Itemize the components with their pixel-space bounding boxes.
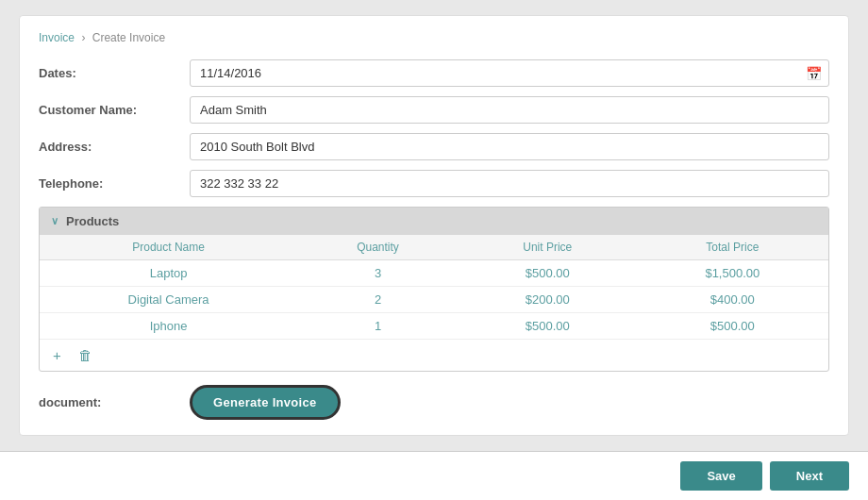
total-price-cell: $500.00: [637, 313, 828, 340]
table-actions: + 🗑: [40, 339, 828, 371]
product-name-cell: Iphone: [40, 313, 297, 340]
unit-price-cell: $500.00: [459, 313, 637, 340]
breadcrumb-separator: ›: [81, 31, 85, 44]
dates-row: Dates: 📅: [39, 59, 829, 87]
table-row: Digital Camera 2 $200.00 $400.00: [40, 287, 828, 313]
total-price-cell: $1,500.00: [637, 260, 828, 287]
total-price-cell: $400.00: [637, 287, 828, 313]
add-product-button[interactable]: +: [49, 345, 65, 365]
address-label: Address:: [39, 140, 190, 154]
telephone-label: Telephone:: [39, 176, 190, 191]
delete-product-button[interactable]: 🗑: [75, 345, 96, 365]
customer-name-row: Customer Name:: [39, 96, 829, 124]
breadcrumb-current: Create Invoice: [92, 31, 165, 44]
save-button[interactable]: Save: [680, 461, 761, 491]
col-unit-price: Unit Price: [459, 235, 637, 260]
col-total-price: Total Price: [637, 235, 828, 260]
footer-bar: Save Next: [0, 451, 868, 500]
product-name-cell: Digital Camera: [40, 287, 297, 313]
products-section: ∨ Products Product Name Quantity Unit Pr…: [39, 207, 829, 372]
dates-input[interactable]: [190, 59, 829, 87]
quantity-cell: 1: [297, 313, 459, 340]
table-header-row: Product Name Quantity Unit Price Total P…: [40, 235, 828, 260]
document-label: document:: [39, 395, 190, 409]
unit-price-cell: $200.00: [459, 287, 637, 313]
chevron-icon: ∨: [51, 215, 58, 227]
products-title: Products: [66, 214, 119, 228]
customer-name-input[interactable]: [190, 96, 829, 124]
telephone-row: Telephone:: [39, 170, 829, 197]
products-table: Product Name Quantity Unit Price Total P…: [40, 235, 828, 339]
breadcrumb: Invoice › Create Invoice: [39, 31, 829, 44]
generate-invoice-button[interactable]: Generate Invoice: [190, 385, 341, 420]
address-row: Address:: [39, 133, 829, 160]
breadcrumb-parent[interactable]: Invoice: [39, 31, 75, 44]
products-header: ∨ Products: [40, 208, 828, 235]
quantity-cell: 2: [297, 287, 459, 313]
telephone-input[interactable]: [190, 170, 829, 197]
calendar-icon: 📅: [806, 66, 822, 81]
customer-name-label: Customer Name:: [39, 103, 190, 117]
col-product-name: Product Name: [40, 235, 297, 260]
next-button[interactable]: Next: [770, 461, 849, 491]
document-row: document: Generate Invoice: [39, 385, 829, 420]
product-name-cell: Laptop: [40, 260, 297, 287]
table-row: Iphone 1 $500.00 $500.00: [40, 313, 828, 340]
address-input[interactable]: [190, 133, 829, 160]
col-quantity: Quantity: [297, 235, 459, 260]
dates-label: Dates:: [39, 66, 190, 80]
dates-wrapper: 📅: [190, 59, 829, 87]
unit-price-cell: $500.00: [459, 260, 637, 287]
quantity-cell: 3: [297, 260, 459, 287]
table-row: Laptop 3 $500.00 $1,500.00: [40, 260, 828, 287]
